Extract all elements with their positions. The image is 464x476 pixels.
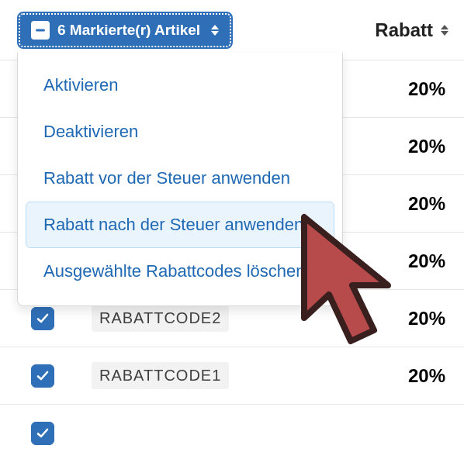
menu-item-label: Ausgewählte Rabattcodes löschen [43,261,306,281]
column-header-label: Rabatt [375,19,433,41]
menu-item-discount-after-tax[interactable]: Rabatt nach der Steuer anwenden [26,202,334,248]
menu-item-delete-selected[interactable]: Ausgewählte Rabattcodes löschen [26,248,334,295]
bulk-actions-button[interactable]: 6 Markierte(r) Artikel [19,13,231,47]
discount-percent: 20% [408,365,445,387]
menu-item-discount-before-tax[interactable]: Rabatt vor der Steuer anwenden [26,155,334,202]
sort-icon [441,25,448,36]
row-checkbox[interactable] [31,364,54,388]
indeterminate-icon [31,21,50,40]
menu-item-deactivate[interactable]: Deaktivieren [26,109,334,155]
svg-rect-0 [36,29,45,31]
menu-item-label: Aktivieren [43,75,119,95]
table-row [0,405,464,462]
table-row: RABATTCODE1 20% [0,347,464,405]
row-checkbox[interactable] [31,307,54,330]
discount-code: RABATTCODE1 [92,362,229,389]
column-header-rabatt[interactable]: Rabatt [375,19,448,41]
menu-item-label: Rabatt vor der Steuer anwenden [43,168,290,188]
menu-item-label: Deaktivieren [43,122,138,141]
discount-percent: 20% [408,78,445,100]
row-checkbox[interactable] [31,422,54,445]
discount-code: RABATTCODE2 [92,305,229,332]
menu-item-activate[interactable]: Aktivieren [26,62,334,109]
table-header-row: 6 Markierte(r) Artikel Rabatt [0,0,464,60]
bulk-actions-label: 6 Markierte(r) Artikel [57,22,200,39]
discount-percent: 20% [408,193,445,215]
discount-percent: 20% [408,250,445,272]
discount-percent: 20% [408,136,445,157]
bulk-actions-menu: Aktivieren Deaktivieren Rabatt vor der S… [17,53,343,306]
chevron-updown-icon [211,25,219,36]
discount-percent: 20% [408,308,445,329]
menu-item-label: Rabatt nach der Steuer anwenden [43,215,303,234]
